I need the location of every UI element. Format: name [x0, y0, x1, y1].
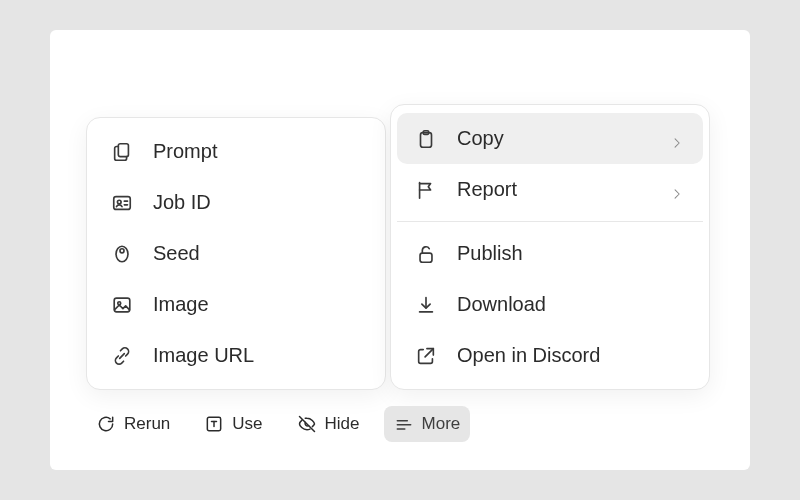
- menu-item-label: Seed: [153, 242, 361, 265]
- more-menu-popover: Copy Report Publish Download Open in Dis…: [390, 104, 710, 390]
- documents-icon: [111, 141, 133, 163]
- card-container: Prompt Job ID Seed Image Image URL: [50, 30, 750, 470]
- lines-icon: [394, 414, 414, 434]
- copy-prompt-item[interactable]: Prompt: [93, 126, 379, 177]
- hide-button[interactable]: Hide: [287, 406, 370, 442]
- more-copy-item[interactable]: Copy: [397, 113, 703, 164]
- copy-image-url-item[interactable]: Image URL: [93, 330, 379, 381]
- button-label: Use: [232, 414, 262, 434]
- rerun-button[interactable]: Rerun: [86, 406, 180, 442]
- more-button[interactable]: More: [384, 406, 471, 442]
- more-open-discord-item[interactable]: Open in Discord: [397, 330, 703, 381]
- refresh-icon: [96, 414, 116, 434]
- unlock-icon: [415, 243, 437, 265]
- action-toolbar: Rerun Use Hide More: [86, 406, 470, 442]
- menu-item-label: Image: [153, 293, 361, 316]
- copy-image-item[interactable]: Image: [93, 279, 379, 330]
- more-download-item[interactable]: Download: [397, 279, 703, 330]
- image-icon: [111, 294, 133, 316]
- button-label: More: [422, 414, 461, 434]
- use-button[interactable]: Use: [194, 406, 272, 442]
- seed-icon: [111, 243, 133, 265]
- clipboard-icon: [415, 128, 437, 150]
- button-label: Rerun: [124, 414, 170, 434]
- id-card-icon: [111, 192, 133, 214]
- more-publish-item[interactable]: Publish: [397, 228, 703, 279]
- link-icon: [111, 345, 133, 367]
- menu-item-label: Job ID: [153, 191, 361, 214]
- button-label: Hide: [325, 414, 360, 434]
- menu-item-label: Open in Discord: [457, 344, 685, 367]
- text-box-icon: [204, 414, 224, 434]
- menu-item-label: Image URL: [153, 344, 361, 367]
- menu-item-label: Report: [457, 178, 651, 201]
- chevron-right-icon: [671, 183, 685, 197]
- external-link-icon: [415, 345, 437, 367]
- chevron-right-icon: [671, 132, 685, 146]
- flag-icon: [415, 179, 437, 201]
- copy-job-id-item[interactable]: Job ID: [93, 177, 379, 228]
- eye-off-icon: [297, 414, 317, 434]
- copy-submenu-popover: Prompt Job ID Seed Image Image URL: [86, 117, 386, 390]
- more-report-item[interactable]: Report: [397, 164, 703, 215]
- menu-separator: [397, 221, 703, 222]
- menu-item-label: Copy: [457, 127, 651, 150]
- copy-seed-item[interactable]: Seed: [93, 228, 379, 279]
- menu-item-label: Download: [457, 293, 685, 316]
- download-icon: [415, 294, 437, 316]
- menu-item-label: Prompt: [153, 140, 361, 163]
- menu-item-label: Publish: [457, 242, 685, 265]
